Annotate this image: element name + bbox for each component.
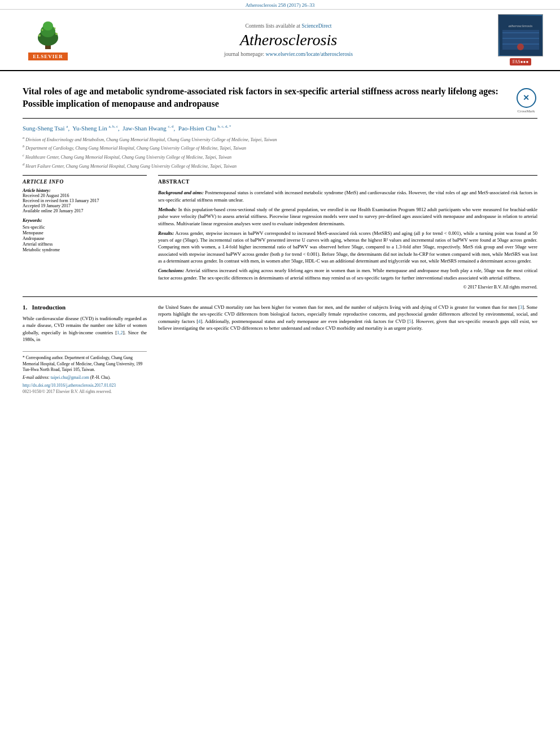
svg-point-4 xyxy=(38,34,41,37)
affiliation-a: a Division of Endocrinology and Metaboli… xyxy=(23,135,537,143)
contents-available-line: Contents lists available at ScienceDirec… xyxy=(85,23,492,29)
keyword-3: Andropause xyxy=(23,236,147,241)
intro-para-1: While cardiovascular disease (CVD) is tr… xyxy=(23,315,147,343)
svg-point-7 xyxy=(54,27,56,29)
publisher-logo-area: ELSEVIER xyxy=(11,20,85,60)
crossmark-label: CrossMark xyxy=(517,109,535,113)
article-title-section: Vital roles of age and metabolic syndrom… xyxy=(23,80,537,119)
received-revised-date: Received in revised form 13 January 2017 xyxy=(23,198,147,203)
copyright-line: © 2017 Elsevier B.V. All rights reserved… xyxy=(158,285,537,290)
abstract-column: Abstract Background and aims: Postmenopa… xyxy=(158,175,537,290)
keyword-5: Metabolic syndrome xyxy=(23,247,147,252)
article-body-columns: Article info Article history: Received 2… xyxy=(23,175,537,290)
crossmark-badge[interactable]: ✕ CrossMark xyxy=(515,88,537,113)
keywords-label: Keywords: xyxy=(23,218,147,223)
footnotes-area: * Corresponding author. Department of Ca… xyxy=(23,351,147,394)
article-info-column: Article info Article history: Received 2… xyxy=(23,175,147,290)
svg-point-5 xyxy=(55,33,58,35)
intro-para-2: the United States the annual CVD mortali… xyxy=(158,304,537,331)
journal-title-area: Contents lists available at ScienceDirec… xyxy=(85,23,492,57)
article-info-heading: Article info xyxy=(23,179,147,185)
author-4: Pao-Hsien Chu xyxy=(178,125,216,132)
svg-point-14 xyxy=(517,43,524,50)
authors-line: Sung-Sheng Tsai a, Yu-Sheng Lin a, b, c,… xyxy=(23,124,537,132)
journal-citation-text: Atherosclerosis 258 (2017) 26–33 xyxy=(246,2,315,8)
elsevier-logo: ELSEVIER xyxy=(28,20,68,60)
svg-text:atherosclerosis: atherosclerosis xyxy=(508,24,532,28)
keyword-2: Menopause xyxy=(23,230,147,235)
article-content: Vital roles of age and metabolic syndrom… xyxy=(0,71,560,400)
author-2: Yu-Sheng Lin xyxy=(72,125,107,132)
journal-cover-area: atherosclerosis FAS●●● xyxy=(492,14,549,65)
journal-name: Atherosclerosis xyxy=(85,31,492,49)
doi-line[interactable]: http://dx.doi.org/10.1016/j.atherosclero… xyxy=(23,383,147,388)
keyword-1: Sex-specific xyxy=(23,225,147,230)
cover-svg: atherosclerosis xyxy=(500,16,542,55)
abstract-conclusions: Conclusions: Arterial stiffness increase… xyxy=(158,267,537,281)
intro-section-number-heading: 1. Introduction xyxy=(23,304,147,311)
abstract-methods: Methods: In this population-based cross-… xyxy=(158,206,537,227)
crossmark-icon: ✕ xyxy=(517,88,536,108)
corresponding-author-note: * Corresponding author. Department of Ca… xyxy=(23,355,147,373)
keyword-4: Arterial stiffness xyxy=(23,242,147,247)
article-title-area: Vital roles of age and metabolic syndrom… xyxy=(23,85,509,111)
email-note: E-mail address: taipei.chu@gmail.com (P.… xyxy=(23,375,147,381)
keywords-section: Keywords: Sex-specific Menopause Andropa… xyxy=(23,218,147,252)
journal-header: ELSEVIER Contents lists available at Sci… xyxy=(0,10,560,71)
affiliation-b: b Department of Cardiology, Chang Gung M… xyxy=(23,143,537,152)
section-divider xyxy=(23,296,537,297)
available-date: Available online 20 January 2017 xyxy=(23,208,147,213)
svg-point-6 xyxy=(42,29,43,30)
article-title: Vital roles of age and metabolic syndrom… xyxy=(23,85,509,111)
fas-logo: FAS●●● xyxy=(510,58,532,65)
elsevier-tree-icon xyxy=(28,20,68,51)
issn-line: 0021-9150/© 2017 Elsevier B.V. All right… xyxy=(23,389,147,394)
abstract-heading: Abstract xyxy=(158,179,537,185)
article-info-box: Article info Article history: Received 2… xyxy=(23,175,147,252)
article-history-label: Article history: xyxy=(23,188,147,193)
email-link[interactable]: taipei.chu@gmail.com xyxy=(51,375,89,380)
article-history: Article history: Received 20 August 2016… xyxy=(23,188,147,213)
introduction-right-col: the United States the annual CVD mortali… xyxy=(158,304,537,394)
svg-point-3 xyxy=(43,21,53,30)
author-1: Sung-Sheng Tsai xyxy=(23,125,65,132)
abstract-results: Results: Across gender, stepwise increas… xyxy=(158,230,537,265)
received-date: Received 20 August 2016 xyxy=(23,193,147,198)
affiliation-d: d Heart Failure Center, Chang Gung Memor… xyxy=(23,161,537,170)
introduction-left-col: 1. Introduction While cardiovascular dis… xyxy=(23,304,147,394)
affiliations-section: a Division of Endocrinology and Metaboli… xyxy=(23,135,537,170)
accepted-date: Accepted 19 January 2017 xyxy=(23,203,147,208)
introduction-section: 1. Introduction While cardiovascular dis… xyxy=(23,304,537,394)
affiliation-c: c Healthcare Center, Chang Gung Memorial… xyxy=(23,152,537,161)
journal-homepage-line: journal homepage: www.elsevier.com/locat… xyxy=(85,51,492,57)
abstract-background: Background and aims: Postmenopausal stat… xyxy=(158,189,537,203)
journal-cover-image: atherosclerosis xyxy=(498,14,543,56)
sciencedirect-link[interactable]: ScienceDirect xyxy=(301,23,331,29)
elsevier-label: ELSEVIER xyxy=(28,53,68,60)
author-3: Jaw-Shan Hwang xyxy=(123,125,166,132)
journal-citation-bar: Atherosclerosis 258 (2017) 26–33 xyxy=(0,0,560,10)
abstract-section: Abstract Background and aims: Postmenopa… xyxy=(158,175,537,290)
homepage-url[interactable]: www.elsevier.com/locate/atherosclerosis xyxy=(265,51,353,57)
